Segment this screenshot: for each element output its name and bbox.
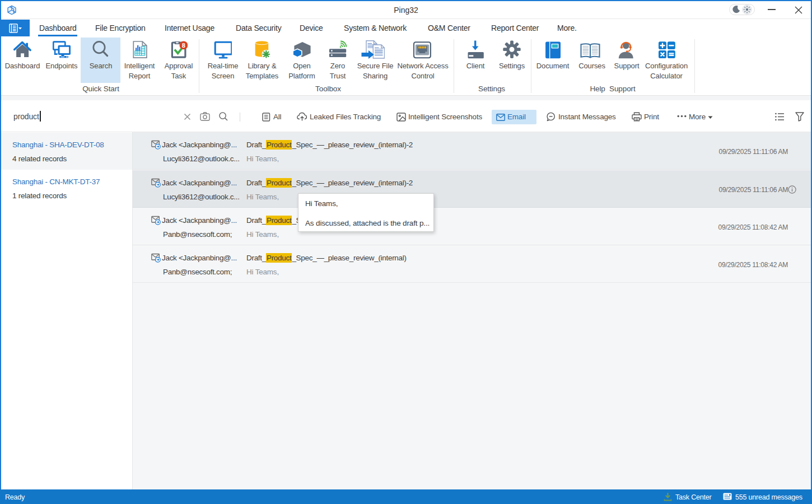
svg-text:8: 8 (182, 42, 185, 49)
